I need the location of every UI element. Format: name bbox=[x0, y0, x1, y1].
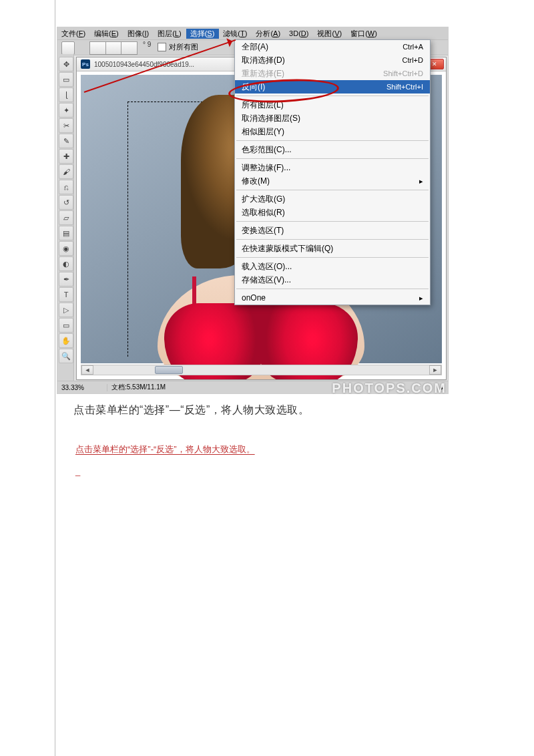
menu-e[interactable]: 编辑(E) bbox=[90, 29, 123, 39]
shape-tool-icon[interactable]: ▭ bbox=[59, 318, 73, 333]
zoom-tool-icon[interactable]: 🔍 bbox=[59, 349, 73, 363]
menu-separator bbox=[236, 190, 429, 190]
linked-caption[interactable]: 点击菜单栏的“选择”-“反选”，将人物大致选取。 bbox=[75, 443, 255, 455]
menu-item[interactable]: 存储选区(V)... bbox=[235, 273, 430, 287]
menu-item[interactable]: 取消选择图层(S) bbox=[235, 112, 430, 125]
horizontal-scrollbar[interactable]: ◄ ► bbox=[81, 365, 442, 375]
menu-separator bbox=[236, 221, 429, 222]
watermark: PHOTOPS.COM bbox=[332, 381, 447, 395]
submenu-arrow-icon: ▸ bbox=[419, 177, 423, 186]
menu-i[interactable]: 图像(I) bbox=[123, 29, 154, 39]
menu-item[interactable]: 变换选区(T) bbox=[235, 224, 430, 237]
menu-item[interactable]: 所有图层(L) bbox=[235, 98, 430, 112]
menu-item[interactable]: 扩大选取(G) bbox=[235, 192, 430, 206]
menu-item[interactable]: 选取相似(R) bbox=[235, 206, 430, 219]
scroll-left-button[interactable]: ◄ bbox=[81, 365, 93, 375]
selection-mode-segmented[interactable] bbox=[89, 41, 138, 55]
menu-item[interactable]: 修改(M)▸ bbox=[235, 174, 430, 188]
hand-tool-icon[interactable]: ✋ bbox=[59, 333, 73, 348]
menu-item[interactable]: 调整边缘(F)... bbox=[235, 161, 430, 174]
type-tool-icon[interactable]: T bbox=[59, 287, 73, 302]
menu-bar: 文件(F)编辑(E)图像(I)图层(L)选择(S)滤镜(T)分析(A)3D(D)… bbox=[57, 27, 448, 39]
photoshop-screenshot: 文件(F)编辑(E)图像(I)图层(L)选择(S)滤镜(T)分析(A)3D(D)… bbox=[57, 27, 449, 394]
brush-tool-icon[interactable]: 🖌 bbox=[59, 164, 73, 179]
menu-item[interactable]: 色彩范围(C)... bbox=[235, 143, 430, 156]
menu-separator bbox=[236, 289, 429, 289]
menu-a[interactable]: 分析(A) bbox=[252, 29, 285, 39]
menu-s[interactable]: 选择(S) bbox=[186, 29, 220, 39]
eyedrop-tool-icon[interactable]: ✎ bbox=[59, 134, 73, 148]
menu-item[interactable]: 取消选择(D)Ctrl+D bbox=[235, 53, 430, 67]
wand-tool-icon[interactable]: ✦ bbox=[59, 103, 73, 118]
menu-item: 重新选择(E)Shift+Ctrl+D bbox=[235, 67, 430, 80]
marquee-tool-icon[interactable]: ▭ bbox=[59, 72, 73, 87]
menu-separator bbox=[236, 239, 429, 240]
stamp-tool-icon[interactable]: ⎌ bbox=[59, 180, 73, 194]
eraser-tool-icon[interactable]: ▱ bbox=[59, 210, 73, 225]
menu-separator bbox=[236, 257, 429, 258]
scroll-thumb[interactable] bbox=[155, 366, 183, 374]
menu-item[interactable]: 全部(A)Ctrl+A bbox=[235, 40, 430, 53]
submenu-arrow-icon: ▸ bbox=[419, 294, 423, 303]
page: 文件(F)编辑(E)图像(I)图层(L)选择(S)滤镜(T)分析(A)3D(D)… bbox=[0, 0, 534, 756]
brush-size-label: ° 9 bbox=[143, 41, 151, 48]
lasso-tool-icon[interactable]: ɭ bbox=[59, 87, 73, 102]
tool-preset-icon[interactable] bbox=[61, 41, 75, 55]
menu-item[interactable]: 在快速蒙版模式下编辑(Q) bbox=[235, 242, 430, 255]
menu-v[interactable]: 视图(V) bbox=[313, 29, 346, 39]
left-margin-rule bbox=[55, 0, 55, 756]
menu-item[interactable]: onOne▸ bbox=[235, 291, 430, 305]
menu-separator bbox=[236, 96, 429, 96]
menu-item[interactable]: 载入选区(O)... bbox=[235, 260, 430, 273]
tool-box: ✥▭ɭ✦✂✎✚🖌⎌↺▱▤◉◐✒T▷▭✋🔍 bbox=[57, 54, 74, 381]
path-tool-icon[interactable]: ▷ bbox=[59, 303, 73, 317]
scroll-right-button[interactable]: ► bbox=[429, 365, 441, 375]
move-tool-icon[interactable]: ✥ bbox=[59, 57, 73, 71]
dodge-tool-icon[interactable]: ◐ bbox=[59, 256, 73, 271]
zoom-level[interactable]: 33.33% bbox=[57, 384, 107, 391]
menu-item[interactable]: 相似图层(Y) bbox=[235, 125, 430, 138]
menu-item[interactable]: 反向(I)Shift+Ctrl+I bbox=[235, 80, 430, 93]
heal-tool-icon[interactable]: ✚ bbox=[59, 149, 73, 164]
gradient-tool-icon[interactable]: ▤ bbox=[59, 226, 73, 240]
menu-l[interactable]: 图层(L) bbox=[154, 29, 186, 39]
ps-file-icon: Ps bbox=[81, 59, 90, 69]
menu-w[interactable]: 窗口(W) bbox=[346, 29, 382, 39]
screenshot-caption: 点击菜单栏的“选择”—“反选”，将人物大致选取。 bbox=[73, 403, 309, 417]
menu-separator bbox=[236, 158, 429, 159]
menu-d[interactable]: 3D(D) bbox=[285, 29, 313, 37]
menu-f[interactable]: 文件(F) bbox=[57, 29, 90, 39]
history-tool-icon[interactable]: ↺ bbox=[59, 195, 73, 210]
checkbox-all-layers[interactable]: 对所有图 bbox=[158, 42, 198, 52]
blur-tool-icon[interactable]: ◉ bbox=[59, 241, 73, 256]
menu-separator bbox=[236, 140, 429, 141]
select-menu-dropdown: 全部(A)Ctrl+A取消选择(D)Ctrl+D重新选择(E)Shift+Ctr… bbox=[234, 39, 431, 305]
crop-tool-icon[interactable]: ✂ bbox=[59, 118, 73, 133]
pen-tool-icon[interactable]: ✒ bbox=[59, 272, 73, 287]
tiny-underscore: _ bbox=[75, 466, 80, 476]
